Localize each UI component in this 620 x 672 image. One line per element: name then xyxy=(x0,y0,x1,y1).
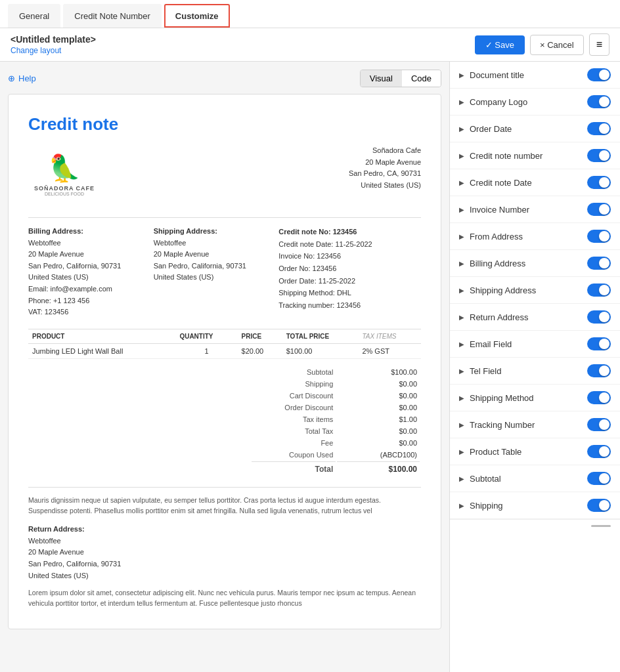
chevron-right-icon[interactable]: ▶ xyxy=(459,287,464,294)
toggle-shipping-address[interactable] xyxy=(587,284,611,297)
footer-text2: Lorem ipsum dolor sit amet, consectetur … xyxy=(28,588,421,609)
col-quantity: QUANTITY xyxy=(175,329,237,343)
cancel-button[interactable]: × Cancel xyxy=(530,35,584,55)
toggle-shipping-method[interactable] xyxy=(587,391,611,404)
company-address2: San Pedro, CA, 90731 xyxy=(349,168,421,180)
field-label-document-title: Document title xyxy=(470,70,587,80)
main-layout: ⊕ Help Visual Code Credit note 🦜 SOÑADOR… xyxy=(0,62,620,672)
cart-discount-label: Cart Discount xyxy=(252,390,336,401)
field-product-table: ▶ Product Table xyxy=(450,438,620,465)
fee-row: Fee $0.00 xyxy=(252,438,420,448)
chevron-right-icon[interactable]: ▶ xyxy=(459,125,464,133)
chevron-right-icon[interactable]: ▶ xyxy=(459,179,464,186)
field-document-title: ▶ Document title xyxy=(450,62,620,89)
field-label-company-logo: Company Logo xyxy=(470,97,587,107)
billing-email: Email: info@example.com xyxy=(28,285,112,293)
field-tracking-number: ▶ Tracking Number xyxy=(450,411,620,438)
toggle-return-address[interactable] xyxy=(587,310,611,324)
product-quantity: 1 xyxy=(175,343,237,358)
chevron-right-icon[interactable]: ▶ xyxy=(459,233,464,240)
chevron-right-icon[interactable]: ▶ xyxy=(459,368,464,375)
tabs-bar: General Credit Note Number Customize xyxy=(0,0,620,28)
credit-note-date-info: Credit note Date: 11-25-2022 xyxy=(278,240,372,248)
toggle-billing-address[interactable] xyxy=(587,257,611,270)
toggle-credit-note-date[interactable] xyxy=(587,176,611,189)
chevron-right-icon[interactable]: ▶ xyxy=(459,260,464,267)
page-title: <Untitled template> xyxy=(11,34,96,45)
chevron-right-icon[interactable]: ▶ xyxy=(459,152,464,159)
toggle-document-title[interactable] xyxy=(587,68,611,81)
help-button[interactable]: ⊕ Help xyxy=(8,74,36,83)
cart-discount-value: $0.00 xyxy=(337,390,420,401)
cart-discount-row: Cart Discount $0.00 xyxy=(252,390,420,401)
shipping-label: Shipping xyxy=(252,379,336,389)
chevron-right-icon[interactable]: ▶ xyxy=(459,72,464,79)
field-credit-note-number: ▶ Credit note number xyxy=(450,142,620,169)
chevron-right-icon[interactable]: ▶ xyxy=(459,421,464,429)
address-section: Billing Address: Webtoffee 20 Maple Aven… xyxy=(28,226,421,318)
col-total-price: TOTAL PRICE xyxy=(282,329,359,343)
product-name: Jumbing LED Light Wall Ball xyxy=(28,343,175,358)
billing-city-state: San Pedro, California, 90731 xyxy=(28,262,121,270)
billing-label: Billing Address: xyxy=(28,226,147,238)
chevron-right-icon[interactable]: ▶ xyxy=(459,475,464,482)
field-label-shipping-address: Shipping Address xyxy=(470,285,587,295)
total-tax-row: Total Tax $0.00 xyxy=(252,426,420,436)
document-preview: Credit note 🦜 SOÑADORA CAFE DELICIOUS FO… xyxy=(8,94,441,629)
code-view-button[interactable]: Code xyxy=(402,70,441,87)
toggle-tel-field[interactable] xyxy=(587,364,611,377)
total-row: Total $100.00 xyxy=(252,461,420,475)
field-email-field: ▶ Email Field xyxy=(450,331,620,358)
toggle-product-table[interactable] xyxy=(587,445,611,458)
toggle-company-logo[interactable] xyxy=(587,95,611,108)
totals-section: Subtotal $100.00 Shipping $0.00 Cart Dis… xyxy=(28,366,421,476)
shipping-value: $0.00 xyxy=(337,379,420,389)
shipping-city-state: San Pedro, California, 90731 xyxy=(154,262,246,270)
billing-country: United States (US) xyxy=(28,273,89,281)
company-name: Soñadora Cafe xyxy=(349,145,421,157)
toggle-credit-note-number[interactable] xyxy=(587,149,611,162)
menu-button[interactable]: ≡ xyxy=(589,33,609,56)
chevron-right-icon[interactable]: ▶ xyxy=(459,98,464,106)
field-label-product-table: Product Table xyxy=(470,447,587,457)
product-price: $20.00 xyxy=(238,343,282,358)
tax-items-value: $1.00 xyxy=(337,414,420,425)
save-button[interactable]: ✓ Save xyxy=(475,35,525,54)
chevron-right-icon[interactable]: ▶ xyxy=(459,394,464,402)
company-logo: 🦜 SOÑADORA CAFE DELICIOUS FOOD xyxy=(28,145,107,204)
change-layout-link[interactable]: Change layout xyxy=(11,46,96,55)
chevron-right-icon[interactable]: ▶ xyxy=(459,448,464,455)
toggle-order-date[interactable] xyxy=(587,122,611,135)
col-price: PRICE xyxy=(238,329,282,343)
toggle-email-field[interactable] xyxy=(587,337,611,350)
field-label-order-date: Order Date xyxy=(470,124,587,134)
toggle-shipping[interactable] xyxy=(587,499,611,512)
chevron-right-icon[interactable]: ▶ xyxy=(459,314,464,321)
tab-general[interactable]: General xyxy=(8,4,60,28)
tracking-number-info: Tracking number: 123456 xyxy=(278,301,361,309)
toggle-tracking-number[interactable] xyxy=(587,418,611,431)
logo-tagline: DELICIOUS FOOD xyxy=(45,192,84,196)
billing-phone: Phone: +1 123 456 xyxy=(28,297,89,304)
field-label-email-field: Email Field xyxy=(470,339,587,349)
visual-view-button[interactable]: Visual xyxy=(361,70,402,87)
toggle-invoice-number[interactable] xyxy=(587,203,611,216)
credit-info-block: Credit note No: 123456 Credit note Date:… xyxy=(278,226,421,318)
chevron-right-icon[interactable]: ▶ xyxy=(459,502,464,509)
footer-divider xyxy=(28,487,421,488)
total-value: $100.00 xyxy=(337,461,420,475)
order-date-info: Order Date: 11-25-2022 xyxy=(278,277,355,285)
field-company-logo: ▶ Company Logo xyxy=(450,89,620,116)
tab-credit-note-number[interactable]: Credit Note Number xyxy=(63,4,162,28)
toggle-from-address[interactable] xyxy=(587,230,611,243)
scrollbar-area xyxy=(450,519,620,532)
doc-header-row: 🦜 SOÑADORA CAFE DELICIOUS FOOD Soñadora … xyxy=(28,145,421,204)
chevron-right-icon[interactable]: ▶ xyxy=(459,206,464,213)
product-tax: 2% GST xyxy=(358,343,421,358)
toggle-subtotal[interactable] xyxy=(587,472,611,485)
chevron-right-icon[interactable]: ▶ xyxy=(459,341,464,348)
tab-customize[interactable]: Customize xyxy=(164,4,230,28)
shipping-address1: 20 Maple Avenue xyxy=(154,250,210,258)
billing-name: Webtoffee xyxy=(28,239,61,247)
field-subtotal: ▶ Subtotal xyxy=(450,465,620,492)
